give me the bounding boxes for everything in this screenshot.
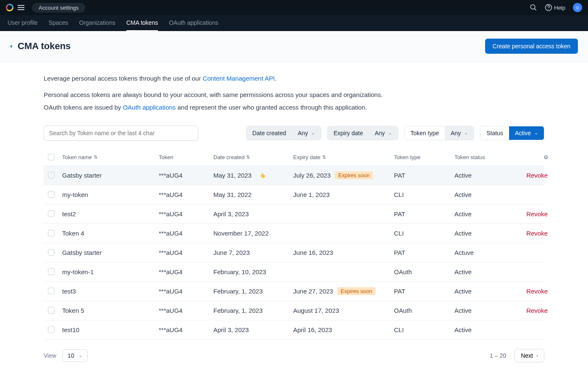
chevron-down-icon: ⌄: [79, 353, 82, 358]
sort-icon: ⇅: [246, 155, 250, 160]
help-button[interactable]: Help: [545, 4, 565, 11]
cell-token-type: PAT: [394, 205, 454, 223]
col-token-type[interactable]: Token type: [394, 154, 454, 160]
cell-token: ***aUG4: [159, 167, 213, 184]
breadcrumb[interactable]: Account settings: [32, 3, 85, 13]
col-token-status[interactable]: Token status: [454, 154, 509, 160]
revoke-placeholder: [509, 267, 551, 277]
cell-date-created: February, 10, 2023: [213, 263, 293, 280]
cell-date-created: April 3, 2023: [213, 321, 293, 338]
cell-token-name: my-token: [62, 186, 159, 203]
tab-organizations[interactable]: Organizations: [79, 15, 115, 31]
col-token[interactable]: Token: [159, 154, 213, 160]
table-row[interactable]: test2***aUG4April 3, 2023PATActiveRevoke: [44, 204, 544, 224]
table-row[interactable]: my-token-1***aUG4February, 10, 2023OAuth…: [44, 262, 544, 282]
filter-date-created-label: Date created: [247, 126, 292, 140]
revoke-placeholder: [509, 325, 551, 335]
filter-date-created[interactable]: Date created Any⌄: [246, 126, 321, 140]
gear-icon[interactable]: ⚙: [543, 154, 549, 160]
cell-token-status: Active: [454, 167, 509, 184]
revoke-button[interactable]: Revoke: [509, 302, 551, 319]
cma-api-link[interactable]: Content Management API: [203, 75, 275, 82]
next-button[interactable]: Next ›: [514, 349, 544, 362]
tab-user-profile[interactable]: User profile: [8, 15, 38, 31]
page-size-select[interactable]: 10 ⌄: [62, 349, 88, 362]
filter-expiry-date[interactable]: Expiry date Any⌄: [327, 126, 398, 140]
cell-expiry-date: [293, 228, 394, 238]
filter-token-type[interactable]: Token type Any⌄: [404, 126, 474, 140]
menu-icon[interactable]: [18, 5, 24, 10]
table-row[interactable]: Gatsby starter***aUG4June 7, 2023June 16…: [44, 243, 544, 262]
expires-soon-badge: Expires soon: [335, 171, 373, 179]
create-token-button[interactable]: Create personal access token: [485, 39, 578, 54]
cell-token: ***aUG4: [159, 244, 213, 261]
cell-token: ***aUG4: [159, 186, 213, 203]
row-checkbox[interactable]: [48, 288, 55, 294]
row-checkbox[interactable]: [48, 326, 55, 333]
chevron-down-icon: ⌄: [534, 130, 538, 136]
svg-point-3: [531, 5, 536, 9]
tab-oauth-applications[interactable]: OAuth applications: [169, 15, 218, 31]
search-icon[interactable]: [530, 4, 537, 11]
table-row[interactable]: Token 4***aUG4November 17, 2022CLIActive…: [44, 224, 544, 243]
revoke-button[interactable]: Revoke: [509, 283, 551, 300]
cell-token-type: CLI: [394, 321, 454, 338]
cell-token-type: CLI: [394, 225, 454, 242]
filter-token-type-value: Any: [451, 130, 461, 136]
row-checkbox[interactable]: [48, 191, 55, 198]
tab-spaces[interactable]: Spaces: [49, 15, 68, 31]
cell-token-type: PAT: [394, 167, 454, 184]
tab-cma-tokens[interactable]: CMA tokens: [126, 15, 158, 31]
revoke-button[interactable]: Revoke: [509, 167, 551, 184]
filter-status[interactable]: Status Active⌄: [480, 126, 544, 140]
oauth-applications-link[interactable]: OAuth applications: [123, 104, 176, 111]
svg-point-5: [549, 9, 549, 10]
cell-token-type: OAuth: [394, 263, 454, 280]
cell-token-type: CLI: [394, 186, 454, 203]
app-logo[interactable]: [6, 4, 13, 11]
col-date-created[interactable]: Date created⇅: [213, 154, 293, 160]
cursor-icon: 👆: [260, 173, 266, 178]
cell-expiry-date: April 16, 2023: [293, 321, 394, 338]
cell-token-status: Actuve: [454, 244, 509, 261]
cell-expiry-date: June 16, 2023: [293, 244, 394, 261]
cell-token-status: Active: [454, 225, 509, 242]
row-checkbox[interactable]: [48, 268, 55, 275]
col-token-name[interactable]: Token name⇅: [62, 154, 159, 160]
table-row[interactable]: my-token***aUG4May 31, 2022June 1, 2023C…: [44, 185, 544, 204]
row-checkbox[interactable]: [48, 172, 55, 178]
row-checkbox[interactable]: [48, 307, 55, 314]
cell-token-name: Token 4: [62, 225, 159, 242]
cell-token-status: Active: [454, 302, 509, 319]
intro-line3b: and represent the user who granted acces…: [176, 104, 367, 111]
intro-line2: Personal access tokens are always bound …: [44, 90, 544, 100]
revoke-placeholder: [509, 247, 551, 257]
cell-token-status: Active: [454, 263, 509, 280]
revoke-button[interactable]: Revoke: [509, 225, 551, 242]
table-row[interactable]: test3***aUG4February, 1, 2023June 27, 20…: [44, 282, 544, 301]
intro-line1b: .: [275, 75, 276, 82]
filter-token-type-label: Token type: [404, 126, 445, 140]
search-input[interactable]: [44, 126, 198, 141]
cell-token-name: Gatsby starter: [62, 244, 159, 261]
cell-token-type: PAT: [394, 244, 454, 261]
page-range: 1 – 20: [490, 352, 506, 359]
table-row[interactable]: test10***aUG4April 3, 2023April 16, 2023…: [44, 320, 544, 340]
revoke-placeholder: [509, 189, 551, 199]
cell-token-status: Active: [454, 205, 509, 223]
revoke-button[interactable]: Revoke: [509, 205, 551, 223]
row-checkbox[interactable]: [48, 230, 55, 236]
row-checkbox[interactable]: [48, 249, 55, 256]
caret-down-icon[interactable]: ▾: [10, 44, 13, 49]
cell-token-name: Token 5: [62, 302, 159, 319]
table-row[interactable]: Token 5***aUG4February, 1, 2023August 17…: [44, 301, 544, 320]
avatar[interactable]: ☺: [573, 3, 582, 12]
cell-date-created: February, 1, 2023: [213, 302, 293, 319]
table-row[interactable]: Gatsby starter***aUG4May 31, 2023👆July 2…: [44, 166, 544, 185]
col-expiry-date[interactable]: Expiry date⇅: [293, 154, 394, 160]
cell-expiry-date: June 1, 2023: [293, 186, 394, 203]
cell-token-name: test3: [62, 283, 159, 300]
row-checkbox[interactable]: [48, 210, 55, 217]
tokens-table: Token name⇅ Token Date created⇅ Expiry d…: [44, 149, 544, 340]
select-all-checkbox[interactable]: [48, 154, 55, 160]
